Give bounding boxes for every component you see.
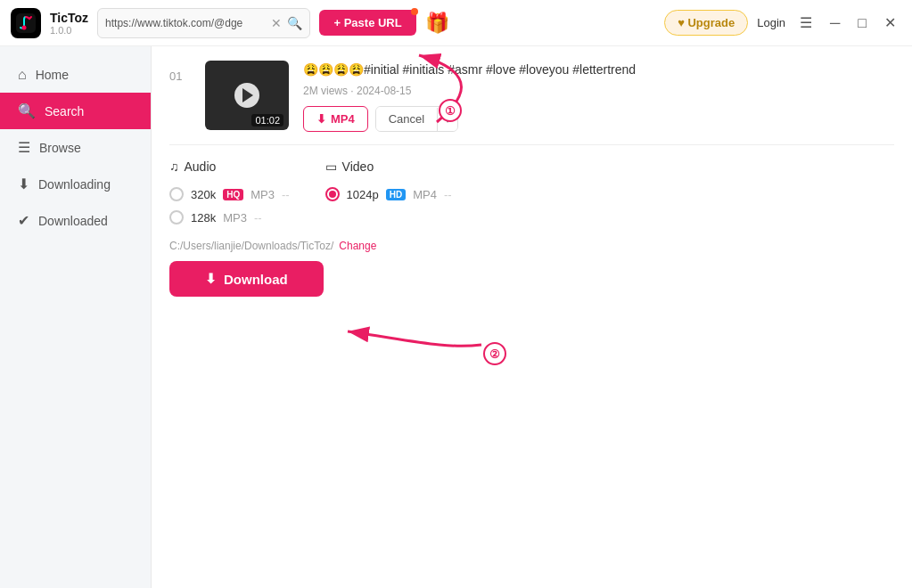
audio-quality-128k: 128k	[191, 211, 216, 225]
video-meta: 2M views · 2024-08-15	[303, 85, 894, 97]
download-button[interactable]: ⬇ Download	[169, 261, 324, 297]
paste-dot	[411, 8, 418, 15]
dash-2: --	[254, 211, 262, 225]
close-button[interactable]: ✕	[879, 12, 901, 33]
download-icon: ⬇	[205, 271, 217, 287]
sidebar-item-home[interactable]: ⌂ Home	[0, 57, 151, 93]
cancel-chevron-button[interactable]: ▾	[437, 108, 457, 131]
video-radio-1024p[interactable]	[325, 187, 340, 201]
download-label: Download	[224, 272, 288, 287]
content-area: ① 01 01:02 😩😩😩😩#initial #initials #asmr …	[152, 46, 912, 588]
audio-icon: ♫	[169, 159, 179, 174]
audio-option-320k: 320k HQ MP3 --	[169, 183, 290, 206]
video-info: 😩😩😩😩#initial #initials #asmr #love #love…	[303, 61, 894, 132]
audio-quality-320k: 320k	[191, 188, 216, 201]
sidebar-item-search[interactable]: 🔍 Search	[0, 93, 151, 129]
sidebar-item-search-label: Search	[45, 104, 84, 118]
play-button[interactable]	[234, 83, 259, 108]
svg-point-6	[484, 343, 505, 364]
svg-point-1	[22, 25, 27, 29]
hd-badge: HD	[386, 189, 406, 200]
upgrade-button[interactable]: ♥ Upgrade	[664, 10, 748, 36]
video-duration: 01:02	[251, 114, 283, 127]
audio-radio-128k[interactable]	[169, 210, 184, 225]
audio-radio-320k[interactable]	[169, 187, 184, 201]
path-row: C:/Users/lianjie/Downloads/TicToz/ Chang…	[169, 240, 894, 252]
video-icon: ▭	[325, 159, 337, 174]
paste-url-label: + Paste URL	[333, 16, 401, 29]
audio-label: Audio	[185, 159, 217, 174]
search-icon: 🔍	[18, 102, 36, 119]
mp4-label: MP4	[331, 112, 355, 126]
video-thumbnail: 01:02	[205, 61, 289, 130]
sidebar-item-downloading-label: Downloading	[38, 177, 111, 192]
svg-text:②: ②	[489, 347, 500, 361]
url-search-icon[interactable]: 🔍	[287, 16, 302, 30]
item-number: 01	[169, 61, 191, 83]
section-divider	[169, 144, 894, 145]
mp4-download-icon: ⬇	[316, 112, 326, 126]
format-buttons: ⬇ MP4 Cancel ▾	[303, 106, 894, 132]
audio-option-group: ♫ Audio 320k HQ MP3 -- 128k MP3 --	[169, 159, 290, 229]
sidebar-item-downloading[interactable]: ⬇ Downloading	[0, 166, 151, 202]
app-title: TicToz	[50, 11, 88, 25]
video-label: Video	[342, 159, 374, 174]
app-title-group: TicToz 1.0.0	[50, 11, 88, 36]
browse-icon: ☰	[18, 139, 30, 156]
sidebar-item-downloaded-label: Downloaded	[38, 214, 108, 228]
maximize-button[interactable]: □	[852, 13, 872, 33]
main-layout: ⌂ Home 🔍 Search ☰ Browse ⬇ Downloading ✔…	[0, 46, 912, 588]
path-text: C:/Users/lianjie/Downloads/TicToz/	[169, 240, 333, 252]
url-clear-icon[interactable]: ✕	[271, 16, 282, 30]
video-quality-1024p: 1024p	[347, 188, 379, 201]
video-title: 😩😩😩😩#initial #initials #asmr #love #love…	[303, 61, 894, 79]
options-row: ♫ Audio 320k HQ MP3 -- 128k MP3 --	[169, 159, 894, 229]
cancel-button-group: Cancel ▾	[375, 106, 458, 132]
sidebar-item-downloaded[interactable]: ✔ Downloaded	[0, 202, 151, 239]
options-panel: ♫ Audio 320k HQ MP3 -- 128k MP3 --	[169, 159, 894, 229]
play-triangle	[242, 88, 253, 102]
home-icon: ⌂	[18, 67, 27, 83]
downloaded-icon: ✔	[18, 212, 29, 229]
video-format-1024p: MP4	[413, 188, 437, 201]
upgrade-label: ♥ Upgrade	[678, 16, 735, 29]
gift-icon[interactable]: 🎁	[425, 12, 449, 35]
window-controls: ☰ ─ □ ✕	[794, 12, 901, 33]
audio-option-128k: 128k MP3 --	[169, 206, 290, 229]
video-option-1024p: 1024p HD MP4 --	[325, 183, 452, 206]
paste-url-button[interactable]: + Paste URL	[319, 10, 415, 36]
audio-title: ♫ Audio	[169, 159, 290, 174]
menu-button[interactable]: ☰	[794, 12, 818, 33]
title-bar: TicToz 1.0.0 https://www.tiktok.com/@dge…	[0, 0, 912, 46]
audio-format-320k: MP3	[251, 188, 275, 201]
change-link[interactable]: Change	[339, 240, 376, 252]
sidebar: ⌂ Home 🔍 Search ☰ Browse ⬇ Downloading ✔…	[0, 46, 152, 588]
sidebar-item-browse[interactable]: ☰ Browse	[0, 129, 151, 166]
app-version: 1.0.0	[50, 25, 88, 36]
video-item: 01 01:02 😩😩😩😩#initial #initials #asmr #l…	[152, 46, 912, 132]
video-option-group: ▭ Video 1024p HD MP4 --	[325, 159, 452, 229]
dash-1: --	[282, 188, 290, 201]
url-bar: https://www.tiktok.com/@dge ✕ 🔍	[97, 8, 310, 38]
sidebar-item-browse-label: Browse	[39, 141, 81, 155]
mp4-button[interactable]: ⬇ MP4	[303, 106, 368, 132]
login-button[interactable]: Login	[757, 16, 785, 29]
minimize-button[interactable]: ─	[825, 13, 845, 33]
downloading-icon: ⬇	[18, 176, 29, 192]
dash-3: --	[444, 188, 452, 201]
sidebar-item-home-label: Home	[36, 68, 69, 82]
video-title: ▭ Video	[325, 159, 452, 174]
hq-badge: HQ	[223, 189, 243, 200]
url-text: https://www.tiktok.com/@dge	[105, 17, 266, 29]
audio-format-128k: MP3	[223, 211, 247, 225]
cancel-button[interactable]: Cancel	[376, 107, 437, 131]
app-logo	[11, 8, 41, 38]
